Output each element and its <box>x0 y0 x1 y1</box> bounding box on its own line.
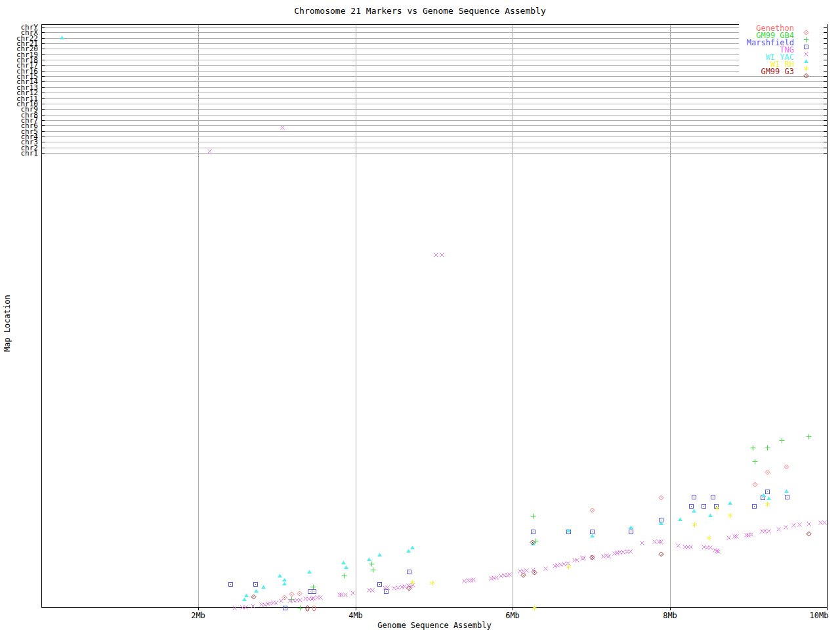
marker-tng <box>658 539 664 545</box>
plus-legend-icon <box>803 33 809 39</box>
marker-genethon <box>752 482 758 488</box>
marker-marshfield <box>701 503 707 510</box>
h-gridline-chrY <box>42 27 827 28</box>
marker-genethon <box>589 507 595 514</box>
chromosome-label: chr1 <box>3 150 38 156</box>
marker-tng <box>688 544 694 551</box>
marker-wi-yac <box>261 584 266 591</box>
y-tick-left <box>41 76 45 77</box>
y-tick-right <box>824 87 827 88</box>
y-tick-left <box>41 65 45 66</box>
marker-wi-yac <box>707 513 713 519</box>
marker-tng <box>783 524 789 531</box>
v-gridline-4mb <box>356 24 356 607</box>
marker-tng <box>715 549 721 555</box>
marker-wi-yac <box>366 556 372 563</box>
y-tick-right <box>824 153 827 154</box>
marker-wi-yac <box>282 581 287 587</box>
marker-genethon <box>311 605 317 612</box>
marker-wi-yac <box>677 516 683 523</box>
h-gridline-chr18 <box>42 60 827 60</box>
x-tick <box>356 608 356 610</box>
marker-tng <box>433 252 439 259</box>
marker-wi-yac <box>59 35 65 41</box>
y-tick-right <box>824 109 827 110</box>
v-gridline-2mb <box>198 24 199 607</box>
h-gridline-chr19 <box>42 54 827 55</box>
y-tick-right <box>824 148 827 148</box>
h-gridline-chr20 <box>42 49 827 49</box>
marker-tng <box>806 521 812 528</box>
v-gridline-6mb <box>513 24 513 607</box>
x-tick-label: 10Mb <box>799 611 839 620</box>
x-axis-line <box>41 607 828 608</box>
h-gridline-chr13 <box>42 87 827 88</box>
y-axis-label: Map Location <box>3 295 12 352</box>
y-tick-right <box>824 76 827 77</box>
marker-tng <box>791 522 797 529</box>
x-tick-label: 6Mb <box>493 611 532 620</box>
marker-wi-rh <box>765 501 770 508</box>
marker-tng <box>507 572 513 578</box>
marker-gm99-gb4 <box>752 459 758 465</box>
y-tick-left <box>41 49 45 49</box>
marker-gm99-gb4 <box>297 605 303 612</box>
y-tick-left <box>41 104 45 104</box>
y-tick-left <box>41 60 45 60</box>
marker-tng <box>543 566 549 572</box>
y-tick-left <box>41 142 45 142</box>
h-gridline-chr7 <box>42 120 827 121</box>
marker-wi-yac <box>589 533 595 539</box>
h-gridline-chr10 <box>42 104 827 104</box>
y-tick-left <box>41 125 45 126</box>
marker-tng <box>369 587 375 594</box>
marker-marshfield <box>530 529 536 536</box>
x-axis-label: Genome Sequence Assembly <box>0 621 840 630</box>
chart-title: Chromosome 21 Markers vs Genome Sequence… <box>0 6 840 16</box>
marker-gm99-g3 <box>532 570 537 576</box>
marker-gm99-g3 <box>520 572 526 579</box>
marker-marshfield <box>691 494 697 501</box>
marker-wi-yac <box>784 488 789 495</box>
star-legend-icon <box>803 62 809 68</box>
marker-wi-rh <box>727 513 733 519</box>
x-tick <box>198 608 199 610</box>
x-tick-label: 4Mb <box>336 611 375 620</box>
y-tick-right <box>824 93 827 93</box>
marker-wi-rh <box>532 605 537 612</box>
marker-marshfield <box>784 494 790 501</box>
marker-tng <box>797 522 803 528</box>
marker-tng <box>278 598 284 604</box>
h-gridline-chr1 <box>42 153 827 154</box>
y-tick-right <box>824 131 827 132</box>
h-gridline-chr15 <box>42 76 827 77</box>
marker-wi-rh <box>566 564 572 570</box>
marker-gm99-gb4 <box>530 513 536 520</box>
y-tick-right <box>824 115 827 116</box>
diamond-legend-icon <box>803 26 809 32</box>
marker-tng <box>280 125 285 131</box>
h-gridline-chr6 <box>42 125 827 126</box>
marker-tng <box>675 543 681 549</box>
x-legend-icon <box>803 47 809 53</box>
y-axis-line <box>41 24 42 608</box>
top-border-line <box>41 24 828 25</box>
marker-tng <box>766 528 772 535</box>
marker-genethon <box>765 469 770 476</box>
marker-wi-yac <box>566 528 572 534</box>
y-tick-left <box>41 81 45 82</box>
marker-gm99-g3 <box>530 539 536 546</box>
marker-wi-yac <box>658 520 664 527</box>
y-tick-left <box>41 32 45 33</box>
y-tick-left <box>41 27 45 28</box>
y-tick-right <box>824 136 827 137</box>
marker-tng <box>776 526 782 533</box>
x-tick <box>827 608 828 610</box>
marker-tng <box>606 553 612 560</box>
x-tick <box>670 608 671 610</box>
marker-tng <box>243 604 249 611</box>
marker-wi-yac <box>691 508 697 514</box>
marker-wi-rh <box>692 522 698 528</box>
marker-wi-rh <box>429 580 435 587</box>
triangle-legend-icon <box>803 54 809 60</box>
